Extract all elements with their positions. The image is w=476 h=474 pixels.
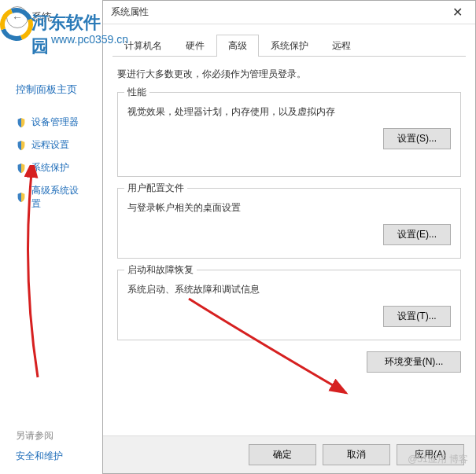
control-panel-home-link[interactable]: 控制面板主页: [0, 78, 102, 101]
see-also-security-link[interactable]: 安全和维护: [16, 450, 63, 463]
sidebar-item-label: 高级系统设置: [31, 184, 87, 211]
user-profiles-group: 用户配置文件 与登录帐户相关的桌面设置 设置(E)...: [117, 188, 461, 259]
ok-button[interactable]: 确定: [249, 444, 316, 465]
startup-recovery-desc: 系统启动、系统故障和调试信息: [127, 283, 451, 296]
startup-recovery-settings-button[interactable]: 设置(T)...: [383, 306, 451, 327]
admin-notice: 要进行大多数更改，你必须作为管理员登录。: [117, 68, 461, 81]
user-profiles-settings-button[interactable]: 设置(E)...: [383, 224, 451, 245]
dialog-footer: 确定 取消 应用(A): [103, 435, 475, 473]
performance-settings-button[interactable]: 设置(S)...: [383, 128, 451, 149]
system-breadcrumb: ← 系统: [0, 4, 102, 31]
sidebar-remote-settings[interactable]: 远程设置: [0, 134, 102, 156]
user-profiles-title: 用户配置文件: [124, 182, 187, 195]
back-arrow-icon[interactable]: ←: [6, 6, 28, 28]
user-profiles-desc: 与登录帐户相关的桌面设置: [127, 201, 451, 215]
sidebar-system-protection[interactable]: 系统保护: [0, 156, 102, 179]
tab-remote[interactable]: 远程: [320, 35, 363, 57]
control-panel-sidebar: ← 系统 河东软件园 www.pc0359.cn 控制面板主页 设备管理器 远程…: [0, 0, 102, 474]
performance-group: 性能 视觉效果，处理器计划，内存使用，以及虚拟内存 设置(S)...: [117, 92, 461, 177]
shield-icon: [16, 192, 27, 203]
shield-icon: [16, 117, 27, 128]
sidebar-advanced-system-settings[interactable]: 高级系统设置: [0, 179, 102, 215]
see-also-label: 另请参阅: [16, 429, 54, 443]
sidebar-device-manager[interactable]: 设备管理器: [0, 111, 102, 134]
performance-desc: 视觉效果，处理器计划，内存使用，以及虚拟内存: [127, 105, 451, 119]
cancel-button[interactable]: 取消: [323, 444, 390, 465]
startup-recovery-group: 启动和故障恢复 系统启动、系统故障和调试信息 设置(T)...: [117, 270, 461, 340]
sidebar-item-label: 设备管理器: [31, 116, 79, 129]
tab-system-protection[interactable]: 系统保护: [259, 35, 320, 57]
sidebar-item-label: 系统保护: [31, 161, 69, 175]
tab-hardware[interactable]: 硬件: [174, 35, 216, 57]
close-button[interactable]: ✕: [440, 1, 475, 24]
system-label: 系统: [31, 10, 52, 24]
startup-recovery-title: 启动和故障恢复: [124, 263, 197, 277]
tab-computer-name[interactable]: 计算机名: [113, 35, 174, 57]
shield-icon: [16, 163, 27, 174]
dialog-title: 系统属性: [103, 6, 440, 19]
dialog-content: 要进行大多数更改，你必须作为管理员登录。 性能 视觉效果，处理器计划，内存使用，…: [103, 57, 475, 435]
tab-bar: 计算机名 硬件 高级 系统保护 远程: [113, 34, 466, 57]
dialog-titlebar: 系统属性 ✕: [103, 1, 475, 24]
system-properties-dialog: 系统属性 ✕ 计算机名 硬件 高级 系统保护 远程 要进行大多数更改，你必须作为…: [102, 0, 476, 474]
performance-title: 性能: [124, 86, 149, 99]
sidebar-item-label: 远程设置: [31, 138, 69, 152]
apply-button[interactable]: 应用(A): [397, 444, 464, 465]
shield-icon: [16, 140, 27, 151]
tab-advanced[interactable]: 高级: [216, 35, 259, 57]
environment-variables-button[interactable]: 环境变量(N)...: [367, 351, 461, 373]
